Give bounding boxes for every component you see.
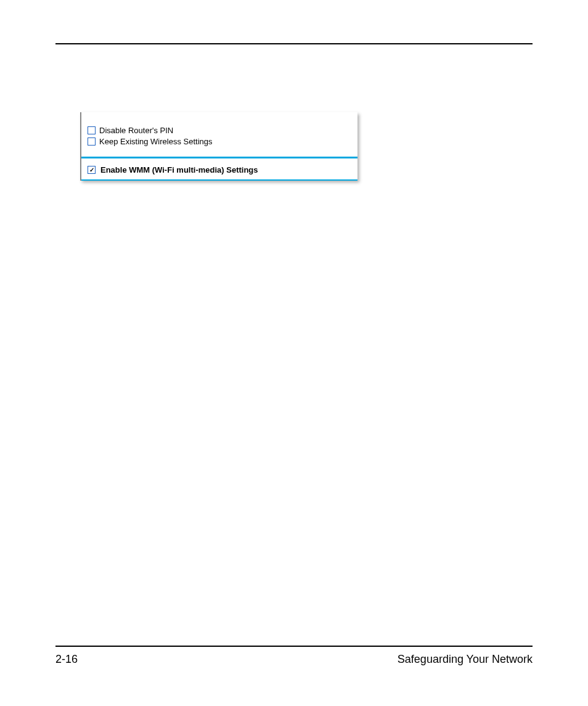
cutoff-row <box>88 115 353 123</box>
checkbox-icon[interactable] <box>88 126 96 134</box>
option-label: Keep Existing Wireless Settings <box>99 137 213 146</box>
checkbox-icon[interactable] <box>88 138 96 146</box>
option-enable-wmm: Enable WMM (Wi-Fi multi-media) Settings <box>88 165 353 174</box>
footer-row: 2-16 Safeguarding Your Network <box>55 653 533 666</box>
page-number: 2-16 <box>55 653 78 666</box>
section-divider-thin <box>81 179 357 181</box>
option-disable-pin: Disable Router's PIN <box>88 126 353 135</box>
settings-panel-screenshot: Disable Router's PIN Keep Existing Wirel… <box>80 112 357 181</box>
document-page: Disable Router's PIN Keep Existing Wirel… <box>0 0 588 706</box>
bottom-divider <box>55 646 533 647</box>
page-footer: 2-16 Safeguarding Your Network <box>55 646 533 666</box>
option-label: Disable Router's PIN <box>99 126 173 135</box>
wmm-section: Enable WMM (Wi-Fi multi-media) Settings <box>81 158 357 178</box>
section-title: Safeguarding Your Network <box>398 653 533 666</box>
checkbox-icon[interactable] <box>88 166 96 174</box>
option-keep-settings: Keep Existing Wireless Settings <box>88 137 353 146</box>
wps-section: Disable Router's PIN Keep Existing Wirel… <box>81 112 357 150</box>
option-label: Enable WMM (Wi-Fi multi-media) Settings <box>100 165 258 174</box>
top-divider <box>55 43 533 44</box>
